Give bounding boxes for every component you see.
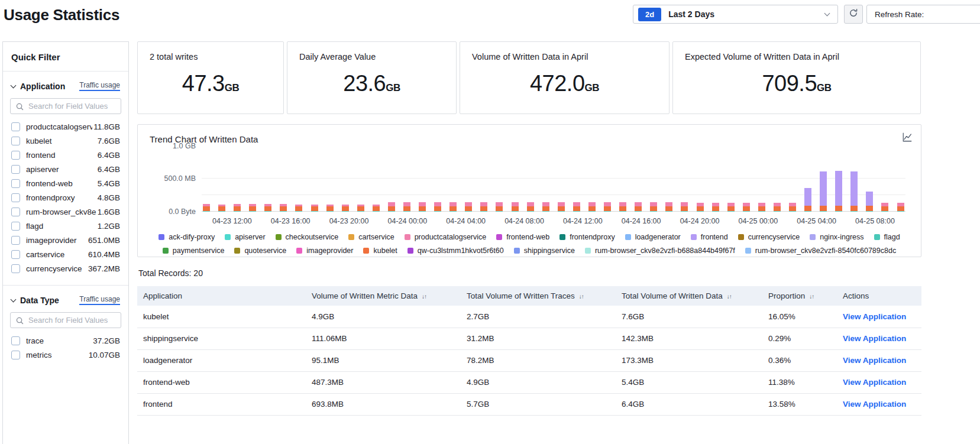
legend-item[interactable]: imageprovider (296, 247, 353, 255)
checkbox[interactable] (11, 122, 20, 131)
bar-04-25 07:00[interactable] (881, 203, 888, 212)
chevron-down-icon[interactable] (11, 297, 17, 303)
bar-04-23 23:00[interactable] (388, 202, 395, 212)
view-application-link[interactable]: View Application (843, 378, 906, 387)
bar-04-24 04:00[interactable] (465, 202, 472, 212)
bar-04-24 19:00[interactable] (697, 203, 704, 212)
bar-04-23 11:00[interactable] (203, 204, 210, 212)
legend-item[interactable]: kubelet (363, 247, 397, 255)
checkbox[interactable] (11, 193, 20, 202)
field-search-input[interactable] (11, 316, 121, 325)
checkbox[interactable] (11, 151, 20, 160)
legend-item[interactable]: quoteservice (234, 247, 286, 255)
legend-item[interactable]: frontend (691, 233, 728, 241)
chart-type-icon[interactable] (902, 132, 913, 145)
checkbox[interactable] (11, 236, 20, 245)
bar-04-24 17:00[interactable] (665, 202, 672, 212)
sort-icon[interactable]: ↓↑ (579, 293, 584, 300)
bar-04-24 16:00[interactable] (650, 202, 657, 212)
bar-04-25 04:00[interactable] (835, 171, 842, 212)
legend-item[interactable]: checkoutservice (276, 233, 339, 241)
bar-04-24 09:00[interactable] (542, 202, 549, 212)
bar-04-25 06:00[interactable] (866, 192, 873, 212)
sort-icon[interactable]: ↓↑ (809, 293, 814, 300)
legend-item[interactable]: rum-browser_ckv8e2vzfi-8540fc60789c8dc (745, 247, 896, 255)
bar-04-23 12:00[interactable] (218, 205, 225, 212)
legend-item[interactable]: flagd (874, 233, 900, 241)
bar-04-24 21:00[interactable] (727, 203, 735, 212)
bar-04-24 10:00[interactable] (558, 202, 565, 212)
bar-04-24 03:00[interactable] (449, 202, 457, 212)
bar-04-25 01:00[interactable] (789, 203, 796, 212)
sort-icon[interactable]: ↓↑ (422, 293, 426, 300)
bar-04-23 20:00[interactable] (342, 205, 349, 212)
bar-04-25 02:00[interactable] (804, 188, 811, 212)
bar-04-25 00:00[interactable] (774, 203, 781, 212)
checkbox[interactable] (11, 351, 20, 359)
bar-04-24 18:00[interactable] (681, 202, 688, 212)
bar-04-23 16:00[interactable] (280, 204, 287, 212)
bar-04-25 05:00[interactable] (850, 171, 858, 212)
bar-04-23 15:00[interactable] (264, 204, 271, 212)
bar-04-23 19:00[interactable] (326, 205, 334, 212)
bar-04-23 18:00[interactable] (311, 205, 318, 212)
bar-04-24 12:00[interactable] (588, 202, 596, 212)
legend-item[interactable]: qw-cu3lstmm1hkvot5r6t60 (407, 247, 504, 255)
bar-04-24 01:00[interactable] (419, 202, 426, 212)
bar-04-23 13:00[interactable] (234, 204, 241, 212)
view-application-link[interactable]: View Application (843, 334, 906, 343)
bar-04-23 21:00[interactable] (357, 205, 364, 212)
filter-item: flagd1.2GB (10, 219, 121, 233)
checkbox[interactable] (11, 165, 20, 174)
bar-04-24 00:00[interactable] (403, 202, 410, 212)
traffic-usage-link[interactable]: Traffic usage (79, 81, 120, 91)
refresh-button[interactable] (844, 5, 863, 24)
legend-item[interactable]: loadgenerator (625, 233, 681, 241)
legend-item[interactable]: frontend-web (496, 233, 549, 241)
bar-04-24 06:00[interactable] (496, 202, 503, 212)
bar-segment-apiserver (573, 211, 580, 212)
bar-04-25 03:00[interactable] (820, 171, 827, 212)
bar-04-23 22:00[interactable] (373, 205, 380, 212)
legend-item[interactable]: ack-dify-proxy (159, 233, 215, 241)
legend-item[interactable]: nginx-ingress (810, 233, 863, 241)
traffic-usage-link[interactable]: Traffic usage (79, 295, 120, 305)
chevron-down-icon[interactable] (11, 83, 17, 89)
bar-04-24 08:00[interactable] (527, 202, 534, 212)
checkbox[interactable] (11, 208, 20, 216)
sort-icon[interactable]: ↓↑ (727, 293, 732, 300)
bar-04-24 14:00[interactable] (619, 202, 626, 212)
legend-item[interactable]: shippingservice (514, 247, 575, 255)
checkbox[interactable] (11, 250, 20, 259)
bar-04-24 11:00[interactable] (573, 202, 580, 212)
bar-04-24 13:00[interactable] (604, 202, 611, 212)
field-search-input[interactable] (11, 102, 121, 111)
legend-item[interactable]: frontendproxy (559, 233, 614, 241)
bar-04-24 23:00[interactable] (758, 203, 765, 212)
bar-04-24 22:00[interactable] (743, 203, 750, 212)
legend-item[interactable]: rum-browser_ckv8e2vzfi-b688a844b49f67f (585, 247, 735, 255)
bar-04-23 17:00[interactable] (295, 205, 302, 212)
bar-04-25 08:00[interactable] (897, 203, 904, 212)
legend-item[interactable]: cartservice (348, 233, 394, 241)
checkbox[interactable] (11, 222, 20, 231)
time-range-select[interactable]: 2d Last 2 Days (633, 5, 838, 24)
bar-04-24 05:00[interactable] (480, 202, 487, 212)
legend-item[interactable]: productcatalogservice (405, 233, 487, 241)
refresh-rate-select[interactable]: Refresh Rate: (866, 5, 980, 24)
bar-04-23 14:00[interactable] (249, 204, 256, 212)
legend-item[interactable]: apiserver (225, 233, 265, 241)
legend-item[interactable]: currencyservice (738, 233, 800, 241)
legend-item[interactable]: paymentservice (163, 247, 225, 255)
checkbox[interactable] (11, 137, 20, 145)
view-application-link[interactable]: View Application (843, 356, 906, 365)
view-application-link[interactable]: View Application (843, 312, 906, 321)
bar-04-24 07:00[interactable] (512, 202, 519, 212)
bar-04-24 20:00[interactable] (712, 203, 719, 212)
view-application-link[interactable]: View Application (843, 400, 906, 409)
checkbox[interactable] (11, 179, 20, 188)
bar-04-24 15:00[interactable] (635, 202, 642, 212)
checkbox[interactable] (11, 336, 20, 345)
bar-04-24 02:00[interactable] (434, 202, 441, 212)
checkbox[interactable] (11, 264, 20, 273)
